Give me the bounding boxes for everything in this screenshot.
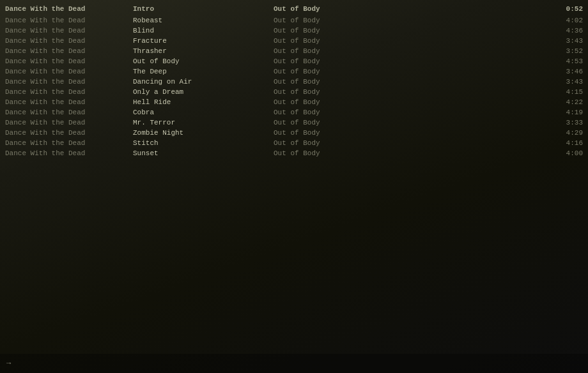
track-artist: Dance With the Dead [5, 138, 133, 148]
track-artist: Dance With the Dead [5, 46, 133, 56]
track-duration: 3:43 [545, 77, 583, 87]
track-title: Thrasher [133, 46, 274, 56]
track-artist: Dance With the Dead [5, 118, 133, 128]
track-duration: 4:02 [545, 15, 583, 26]
track-title: Blind [133, 26, 274, 36]
track-title: Only a Dream [133, 87, 274, 97]
track-duration: 4:53 [545, 56, 583, 66]
track-artist: Dance With the Dead [5, 77, 133, 87]
track-duration: 3:33 [545, 118, 583, 128]
track-album: Out of Body [274, 87, 545, 97]
track-title: Dancing on Air [133, 77, 274, 87]
track-album: Out of Body [274, 107, 545, 118]
track-duration: 4:16 [545, 138, 583, 148]
track-album: Out of Body [274, 138, 545, 148]
track-row[interactable]: Dance With the Dead Stitch Out of Body 4… [0, 138, 588, 148]
track-artist: Dance With the Dead [5, 148, 133, 158]
track-duration: 4:29 [545, 128, 583, 138]
track-artist: Dance With the Dead [5, 66, 133, 77]
track-row[interactable]: Dance With the Dead Thrasher Out of Body… [0, 46, 588, 56]
track-duration: 4:19 [545, 107, 583, 118]
header-artist: Dance With the Dead [5, 4, 133, 14]
track-album: Out of Body [274, 77, 545, 87]
header-album: Out of Body [274, 4, 545, 14]
track-title: Mr. Terror [133, 118, 274, 128]
track-title: Stitch [133, 138, 274, 148]
track-album: Out of Body [274, 118, 545, 128]
track-row[interactable]: Dance With the Dead Hell Ride Out of Bod… [0, 97, 588, 107]
track-duration: 4:00 [545, 148, 583, 158]
track-artist: Dance With the Dead [5, 97, 133, 107]
arrow-icon: → [6, 359, 11, 368]
track-album: Out of Body [274, 128, 545, 138]
track-album: Out of Body [274, 56, 545, 66]
track-title: Out of Body [133, 56, 274, 66]
track-list: Dance With the Dead Intro Out of Body 0:… [0, 0, 588, 162]
track-artist: Dance With the Dead [5, 26, 133, 36]
track-title: Fracture [133, 36, 274, 46]
track-title: Robeast [133, 15, 274, 26]
track-album: Out of Body [274, 97, 545, 107]
track-row[interactable]: Dance With the Dead Mr. Terror Out of Bo… [0, 118, 588, 128]
track-duration: 3:52 [545, 46, 583, 56]
track-album: Out of Body [274, 66, 545, 77]
track-row[interactable]: Dance With the Dead The Deep Out of Body… [0, 66, 588, 77]
track-title: Cobra [133, 107, 274, 118]
track-artist: Dance With the Dead [5, 107, 133, 118]
track-artist: Dance With the Dead [5, 128, 133, 138]
track-artist: Dance With the Dead [5, 56, 133, 66]
track-row[interactable]: Dance With the Dead Fracture Out of Body… [0, 36, 588, 46]
header-duration: 0:52 [545, 4, 583, 14]
track-list-header: Dance With the Dead Intro Out of Body 0:… [0, 4, 588, 14]
track-row[interactable]: Dance With the Dead Sunset Out of Body 4… [0, 148, 588, 158]
track-duration: 4:15 [545, 87, 583, 97]
track-duration: 4:22 [545, 97, 583, 107]
track-title: Hell Ride [133, 97, 274, 107]
track-album: Out of Body [274, 26, 545, 36]
track-row[interactable]: Dance With the Dead Blind Out of Body 4:… [0, 26, 588, 36]
track-album: Out of Body [274, 46, 545, 56]
track-title: Zombie Night [133, 128, 274, 138]
track-row[interactable]: Dance With the Dead Only a Dream Out of … [0, 87, 588, 97]
bottom-bar: → [0, 354, 588, 373]
track-artist: Dance With the Dead [5, 36, 133, 46]
track-row[interactable]: Dance With the Dead Out of Body Out of B… [0, 56, 588, 66]
track-duration: 3:43 [545, 36, 583, 46]
track-artist: Dance With the Dead [5, 15, 133, 26]
track-album: Out of Body [274, 148, 545, 158]
track-duration: 3:46 [545, 66, 583, 77]
track-artist: Dance With the Dead [5, 87, 133, 97]
track-album: Out of Body [274, 36, 545, 46]
track-row[interactable]: Dance With the Dead Robeast Out of Body … [0, 15, 588, 26]
track-row[interactable]: Dance With the Dead Cobra Out of Body 4:… [0, 107, 588, 118]
track-duration: 4:36 [545, 26, 583, 36]
track-title: The Deep [133, 66, 274, 77]
track-title: Sunset [133, 148, 274, 158]
track-row[interactable]: Dance With the Dead Zombie Night Out of … [0, 128, 588, 138]
track-album: Out of Body [274, 15, 545, 26]
header-title: Intro [133, 4, 274, 14]
track-row[interactable]: Dance With the Dead Dancing on Air Out o… [0, 77, 588, 87]
